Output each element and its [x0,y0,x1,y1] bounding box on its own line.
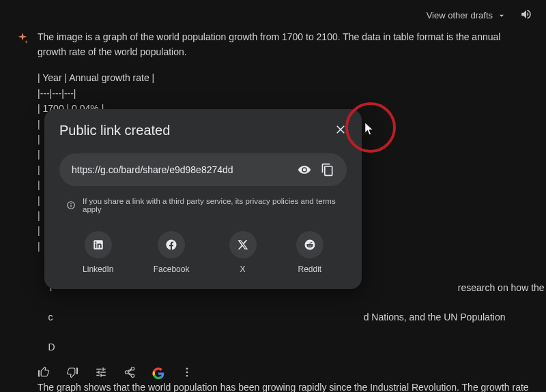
x-label: X [240,265,246,274]
drafts-label: View other drafts [427,10,493,20]
copy-button[interactable] [321,163,334,177]
svg-point-2 [186,375,188,377]
privacy-notice-text: If you share a link with a third party s… [83,197,347,213]
share-facebook-button[interactable]: Facebook [154,231,190,274]
reddit-icon [304,239,316,251]
svg-point-0 [186,367,188,370]
facebook-icon [165,239,177,251]
response-paragraph-1: The image is a graph of the world popula… [38,30,529,59]
share-url-text: https://g.co/bard/share/e9d98e8274dd [72,164,288,175]
share-button[interactable] [124,366,136,381]
close-button[interactable] [334,123,347,138]
share-link-modal: Public link created https://g.co/bard/sh… [44,109,362,289]
ai-sparkle-icon [15,31,30,46]
chevron-down-icon [497,11,506,20]
tune-button[interactable] [95,366,107,381]
share-reddit-button[interactable]: Reddit [296,231,324,274]
linkedin-label: LinkedIn [83,265,113,274]
facebook-label: Facebook [154,265,190,274]
reddit-label: Reddit [298,265,322,274]
x-icon [237,239,249,251]
linkedin-icon [92,239,104,251]
thumbs-up-button[interactable] [38,366,50,381]
share-x-button[interactable]: X [229,231,257,274]
google-icon[interactable] [152,367,164,380]
thumbs-down-button[interactable] [66,366,78,381]
svg-point-1 [186,372,188,374]
privacy-notice-row: If you share a link with a third party s… [59,197,347,213]
preview-button[interactable] [298,163,311,177]
speaker-icon[interactable] [520,8,532,22]
more-button[interactable] [181,366,193,381]
info-icon [66,200,76,210]
response-paragraph-3: The graph shows that the world populatio… [38,380,529,392]
view-drafts-button[interactable]: View other drafts [427,10,506,20]
share-linkedin-button[interactable]: LinkedIn [83,231,113,274]
modal-title: Public link created [59,123,170,138]
share-url-row: https://g.co/bard/share/e9d98e8274dd [59,153,347,186]
